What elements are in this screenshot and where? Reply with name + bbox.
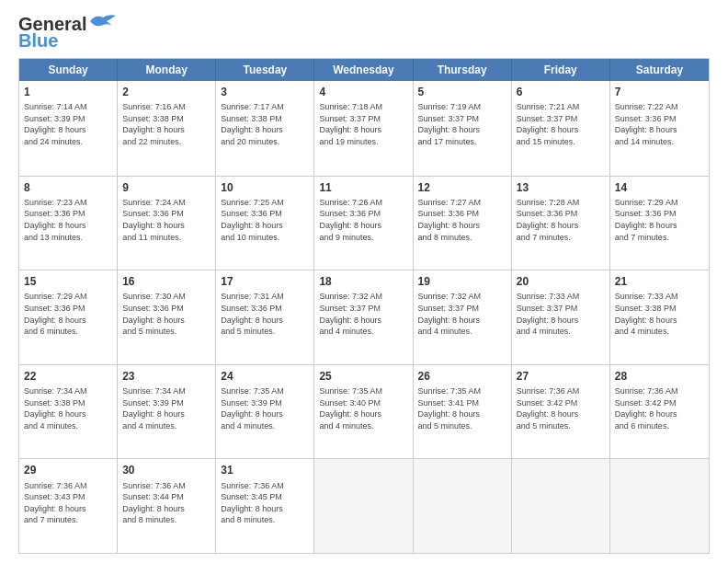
cell-text: Sunrise: 7:30 AMSunset: 3:36 PMDaylight:… <box>122 291 210 337</box>
calendar-cell: 30Sunrise: 7:36 AMSunset: 3:44 PMDayligh… <box>118 459 216 553</box>
day-number: 30 <box>122 463 210 477</box>
calendar-cell: 6Sunrise: 7:21 AMSunset: 3:37 PMDaylight… <box>512 81 610 176</box>
calendar-header: SundayMondayTuesdayWednesdayThursdayFrid… <box>19 59 709 81</box>
cell-text: Sunrise: 7:27 AMSunset: 3:36 PMDaylight:… <box>418 197 506 243</box>
day-number: 17 <box>221 274 309 289</box>
cell-text: Sunrise: 7:36 AMSunset: 3:42 PMDaylight:… <box>615 385 704 431</box>
cell-text: Sunrise: 7:35 AMSunset: 3:40 PMDaylight:… <box>319 385 407 431</box>
cell-text: Sunrise: 7:36 AMSunset: 3:45 PMDaylight:… <box>221 480 309 526</box>
header-day-sunday: Sunday <box>19 59 118 81</box>
header-day-saturday: Saturday <box>610 59 709 81</box>
day-number: 24 <box>221 369 309 384</box>
cell-text: Sunrise: 7:35 AMSunset: 3:39 PMDaylight:… <box>221 385 309 431</box>
day-number: 23 <box>122 369 210 384</box>
header-day-friday: Friday <box>512 59 610 81</box>
calendar-cell: 31Sunrise: 7:36 AMSunset: 3:45 PMDayligh… <box>216 459 314 553</box>
cell-text: Sunrise: 7:21 AMSunset: 3:37 PMDaylight:… <box>517 101 605 147</box>
day-number: 13 <box>517 180 605 195</box>
calendar-cell <box>314 459 413 553</box>
calendar-cell <box>512 459 610 553</box>
calendar-cell: 7Sunrise: 7:22 AMSunset: 3:36 PMDaylight… <box>610 81 709 176</box>
day-number: 22 <box>24 369 112 384</box>
cell-text: Sunrise: 7:28 AMSunset: 3:36 PMDaylight:… <box>517 197 605 243</box>
calendar-cell <box>414 459 512 553</box>
calendar-cell: 9Sunrise: 7:24 AMSunset: 3:36 PMDaylight… <box>118 177 216 270</box>
calendar-cell: 26Sunrise: 7:35 AMSunset: 3:41 PMDayligh… <box>414 365 512 459</box>
cell-text: Sunrise: 7:36 AMSunset: 3:43 PMDaylight:… <box>24 480 112 526</box>
header-day-monday: Monday <box>118 59 216 81</box>
day-number: 11 <box>319 180 407 195</box>
calendar-cell: 24Sunrise: 7:35 AMSunset: 3:39 PMDayligh… <box>216 365 314 459</box>
day-number: 8 <box>24 180 112 195</box>
cell-text: Sunrise: 7:29 AMSunset: 3:36 PMDaylight:… <box>615 197 704 243</box>
calendar-row-4: 22Sunrise: 7:34 AMSunset: 3:38 PMDayligh… <box>19 364 709 459</box>
day-number: 27 <box>517 369 605 384</box>
day-number: 10 <box>221 180 309 195</box>
day-number: 14 <box>615 180 704 195</box>
header-day-tuesday: Tuesday <box>216 59 314 81</box>
calendar-cell: 15Sunrise: 7:29 AMSunset: 3:36 PMDayligh… <box>19 270 118 364</box>
calendar-cell: 27Sunrise: 7:36 AMSunset: 3:42 PMDayligh… <box>512 365 610 459</box>
day-number: 3 <box>221 85 309 99</box>
cell-text: Sunrise: 7:31 AMSunset: 3:36 PMDaylight:… <box>221 291 309 337</box>
day-number: 31 <box>221 463 309 477</box>
calendar-row-1: 1Sunrise: 7:14 AMSunset: 3:39 PMDaylight… <box>19 81 709 176</box>
logo-blue-text: Blue <box>18 30 58 51</box>
cell-text: Sunrise: 7:29 AMSunset: 3:36 PMDaylight:… <box>24 291 112 337</box>
cell-text: Sunrise: 7:34 AMSunset: 3:39 PMDaylight:… <box>122 385 210 431</box>
day-number: 9 <box>122 180 210 195</box>
calendar-body: 1Sunrise: 7:14 AMSunset: 3:39 PMDaylight… <box>19 81 709 553</box>
header-day-thursday: Thursday <box>414 59 512 81</box>
calendar-cell: 8Sunrise: 7:23 AMSunset: 3:36 PMDaylight… <box>19 177 118 270</box>
cell-text: Sunrise: 7:17 AMSunset: 3:38 PMDaylight:… <box>221 101 309 147</box>
calendar-cell: 3Sunrise: 7:17 AMSunset: 3:38 PMDaylight… <box>216 81 314 176</box>
calendar-cell: 10Sunrise: 7:25 AMSunset: 3:36 PMDayligh… <box>216 177 314 270</box>
day-number: 26 <box>418 369 506 384</box>
calendar-cell: 22Sunrise: 7:34 AMSunset: 3:38 PMDayligh… <box>19 365 118 459</box>
calendar: SundayMondayTuesdayWednesdayThursdayFrid… <box>18 58 710 554</box>
cell-text: Sunrise: 7:35 AMSunset: 3:41 PMDaylight:… <box>418 385 506 431</box>
day-number: 25 <box>319 369 407 384</box>
calendar-cell: 21Sunrise: 7:33 AMSunset: 3:38 PMDayligh… <box>610 270 709 364</box>
cell-text: Sunrise: 7:36 AMSunset: 3:44 PMDaylight:… <box>122 480 210 526</box>
cell-text: Sunrise: 7:18 AMSunset: 3:37 PMDaylight:… <box>319 101 407 147</box>
cell-text: Sunrise: 7:26 AMSunset: 3:36 PMDaylight:… <box>319 197 407 243</box>
cell-text: Sunrise: 7:33 AMSunset: 3:38 PMDaylight:… <box>615 291 704 337</box>
calendar-cell: 25Sunrise: 7:35 AMSunset: 3:40 PMDayligh… <box>314 365 413 459</box>
day-number: 1 <box>24 85 112 99</box>
calendar-cell: 20Sunrise: 7:33 AMSunset: 3:37 PMDayligh… <box>512 270 610 364</box>
calendar-cell: 5Sunrise: 7:19 AMSunset: 3:37 PMDaylight… <box>414 81 512 176</box>
logo-bird-icon <box>88 12 118 30</box>
cell-text: Sunrise: 7:19 AMSunset: 3:37 PMDaylight:… <box>418 101 506 147</box>
calendar-row-5: 29Sunrise: 7:36 AMSunset: 3:43 PMDayligh… <box>19 458 709 553</box>
calendar-cell: 14Sunrise: 7:29 AMSunset: 3:36 PMDayligh… <box>610 177 709 270</box>
calendar-cell: 17Sunrise: 7:31 AMSunset: 3:36 PMDayligh… <box>216 270 314 364</box>
calendar-cell: 2Sunrise: 7:16 AMSunset: 3:38 PMDaylight… <box>118 81 216 176</box>
calendar-cell: 28Sunrise: 7:36 AMSunset: 3:42 PMDayligh… <box>610 365 709 459</box>
day-number: 29 <box>24 463 112 477</box>
day-number: 6 <box>517 85 605 99</box>
cell-text: Sunrise: 7:32 AMSunset: 3:37 PMDaylight:… <box>418 291 506 337</box>
logo: General Blue <box>18 15 118 51</box>
day-number: 21 <box>615 274 704 289</box>
day-number: 2 <box>122 85 210 99</box>
day-number: 19 <box>418 274 506 289</box>
day-number: 20 <box>517 274 605 289</box>
cell-text: Sunrise: 7:32 AMSunset: 3:37 PMDaylight:… <box>319 291 407 337</box>
cell-text: Sunrise: 7:14 AMSunset: 3:39 PMDaylight:… <box>24 101 112 147</box>
calendar-cell: 12Sunrise: 7:27 AMSunset: 3:36 PMDayligh… <box>414 177 512 270</box>
calendar-cell: 18Sunrise: 7:32 AMSunset: 3:37 PMDayligh… <box>314 270 413 364</box>
day-number: 12 <box>418 180 506 195</box>
day-number: 5 <box>418 85 506 99</box>
cell-text: Sunrise: 7:33 AMSunset: 3:37 PMDaylight:… <box>517 291 605 337</box>
page: General Blue SundayMondayTuesdayWednesda… <box>0 0 728 563</box>
cell-text: Sunrise: 7:24 AMSunset: 3:36 PMDaylight:… <box>122 197 210 243</box>
calendar-cell: 23Sunrise: 7:34 AMSunset: 3:39 PMDayligh… <box>118 365 216 459</box>
calendar-row-2: 8Sunrise: 7:23 AMSunset: 3:36 PMDaylight… <box>19 176 709 270</box>
day-number: 16 <box>122 274 210 289</box>
cell-text: Sunrise: 7:22 AMSunset: 3:36 PMDaylight:… <box>615 101 704 147</box>
calendar-cell: 1Sunrise: 7:14 AMSunset: 3:39 PMDaylight… <box>19 81 118 176</box>
calendar-cell: 13Sunrise: 7:28 AMSunset: 3:36 PMDayligh… <box>512 177 610 270</box>
cell-text: Sunrise: 7:34 AMSunset: 3:38 PMDaylight:… <box>24 385 112 431</box>
calendar-cell: 11Sunrise: 7:26 AMSunset: 3:36 PMDayligh… <box>314 177 413 270</box>
